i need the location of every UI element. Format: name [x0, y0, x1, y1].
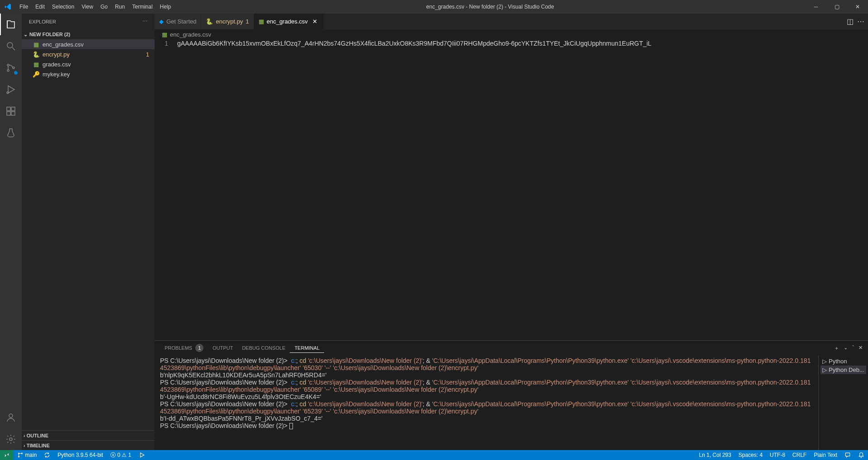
modified-badge: 1: [146, 51, 149, 58]
file-label: grades.csv: [42, 61, 71, 68]
window-title: enc_grades.csv - New folder (2) - Visual…: [175, 4, 806, 10]
svg-point-4: [7, 92, 9, 94]
feedback-icon[interactable]: [841, 452, 854, 458]
menubar: FileEditSelectionViewGoRunTerminalHelp: [16, 0, 175, 14]
explorer-activity[interactable]: [0, 14, 22, 35]
terminal-instance[interactable]: ▷Python: [821, 357, 866, 366]
language-status[interactable]: Plain Text: [810, 452, 841, 458]
menu-file[interactable]: File: [16, 0, 32, 14]
cursor-position[interactable]: Ln 1, Col 293: [695, 452, 735, 458]
indentation-status[interactable]: Spaces: 4: [735, 452, 766, 458]
extensions-activity[interactable]: [0, 100, 22, 122]
gutter: 1: [155, 39, 177, 340]
chevron-down-icon: ⌄: [24, 32, 28, 38]
file-item-enc_grades-csv[interactable]: ▦enc_grades.csv: [22, 39, 155, 49]
svg-point-12: [18, 456, 19, 457]
python-icon: 🐍: [206, 18, 213, 25]
folder-header[interactable]: ⌄ NEW FOLDER (2): [22, 29, 155, 39]
terminal-cursor: [289, 423, 293, 429]
menu-go[interactable]: Go: [97, 0, 111, 14]
panel-actions: ＋ ⌄ ˆ ✕: [834, 345, 863, 352]
panel-tab-debug-console[interactable]: DEBUG CONSOLE: [237, 343, 290, 352]
svg-point-10: [9, 438, 12, 441]
menu-help[interactable]: Help: [156, 0, 175, 14]
python-icon: 🐍: [33, 51, 40, 58]
sidebar-header: EXPLORER ⋯: [22, 14, 155, 29]
new-terminal-icon[interactable]: ＋: [834, 345, 839, 352]
close-button[interactable]: ✕: [847, 0, 868, 14]
remote-indicator[interactable]: [0, 450, 14, 460]
sidebar-title: EXPLORER: [29, 19, 56, 24]
file-label: enc_grades.csv: [42, 41, 84, 48]
terminal-instance[interactable]: ▷Python Deb...: [821, 366, 866, 374]
split-editor-icon[interactable]: ◫: [847, 17, 854, 26]
panel: PROBLEMS 1OUTPUTDEBUG CONSOLETERMINAL ＋ …: [155, 340, 868, 450]
window-controls: ─ ▢ ✕: [806, 0, 868, 14]
maximize-button[interactable]: ▢: [826, 0, 847, 14]
editor[interactable]: 1 gAAAAABiGb6KfIYKsb15xvmOBxEkLfOzq7_A4r…: [155, 39, 868, 340]
warning-icon: ⚠: [122, 452, 127, 458]
panel-tab-output[interactable]: OUTPUT: [208, 343, 237, 352]
csv-icon: ▦: [33, 61, 40, 68]
file-item-encrypt-py[interactable]: 🐍encrypt.py1: [22, 49, 155, 59]
file-item-mykey-key[interactable]: 🔑mykey.key: [22, 69, 155, 79]
svg-point-13: [21, 453, 22, 454]
menu-edit[interactable]: Edit: [32, 0, 48, 14]
testing-activity[interactable]: [0, 122, 22, 144]
scm-activity[interactable]: [0, 57, 22, 79]
panel-tab-terminal[interactable]: TERMINAL: [290, 343, 324, 353]
activity-bar: [0, 14, 22, 450]
tab-enc-grades-csv[interactable]: ▦enc_grades.csv✕: [254, 14, 324, 29]
encoding-status[interactable]: UTF-8: [766, 452, 789, 458]
tab-get-started[interactable]: ◆Get Started: [155, 14, 201, 29]
maximize-panel-icon[interactable]: ˆ: [852, 345, 854, 352]
tab-label: enc_grades.csv: [267, 18, 308, 25]
terminal-output[interactable]: PS C:\Users\jaysi\Downloads\New folder (…: [155, 355, 818, 450]
line-number: 1: [155, 39, 168, 48]
breadcrumb[interactable]: ▦ enc_grades.csv: [155, 29, 868, 39]
svg-rect-6: [11, 107, 15, 111]
menu-run[interactable]: Run: [111, 0, 128, 14]
code-content[interactable]: gAAAAABiGb6KfIYKsb15xvmOBxEkLfOzq7_A4rHN…: [177, 39, 868, 340]
more-actions-icon[interactable]: ⋯: [857, 17, 864, 26]
python-status[interactable]: Python 3.9.5 64-bit: [54, 450, 107, 460]
scm-badge-icon: [14, 70, 18, 75]
run-debug-activity[interactable]: [0, 79, 22, 100]
branch-status[interactable]: main: [14, 450, 40, 460]
vscode-logo-icon: [0, 3, 16, 10]
timeline-section[interactable]: › TIMELINE: [22, 440, 155, 450]
minimize-button[interactable]: ─: [806, 0, 826, 14]
terminal-list: ▷Python▷Python Deb...: [818, 355, 868, 450]
close-tab-icon[interactable]: ✕: [311, 18, 319, 25]
svg-point-0: [7, 42, 13, 48]
file-list: ▦enc_grades.csv🐍encrypt.py1▦grades.csv🔑m…: [22, 39, 155, 430]
sidebar-more-icon[interactable]: ⋯: [142, 19, 147, 24]
key-icon: 🔑: [33, 71, 40, 78]
tab-encrypt-py[interactable]: 🐍encrypt.py 1: [201, 14, 254, 29]
svg-point-2: [7, 70, 9, 71]
modified-badge: 1: [245, 18, 249, 25]
eol-status[interactable]: CRLF: [789, 452, 810, 458]
search-activity[interactable]: [0, 35, 22, 57]
accounts-activity[interactable]: [0, 407, 22, 428]
close-panel-icon[interactable]: ✕: [859, 345, 863, 352]
sync-status[interactable]: [40, 450, 54, 460]
file-item-grades-csv[interactable]: ▦grades.csv: [22, 59, 155, 69]
notifications-icon[interactable]: [854, 452, 868, 458]
terminal-dropdown-icon[interactable]: ⌄: [844, 345, 848, 352]
error-icon: ⓧ: [110, 451, 116, 459]
debug-status[interactable]: [135, 450, 149, 460]
menu-selection[interactable]: Selection: [48, 0, 78, 14]
svg-point-1: [7, 64, 9, 66]
outline-section[interactable]: › OUTLINE: [22, 430, 155, 440]
svg-rect-5: [7, 107, 10, 111]
code-line[interactable]: gAAAAABiGb6KfIYKsb15xvmOBxEkLfOzq7_A4rHN…: [177, 39, 868, 48]
menu-view[interactable]: View: [78, 0, 97, 14]
panel-tab-problems[interactable]: PROBLEMS 1: [160, 342, 208, 354]
menu-terminal[interactable]: Terminal: [128, 0, 156, 14]
settings-activity[interactable]: [0, 428, 22, 450]
titlebar: FileEditSelectionViewGoRunTerminalHelp e…: [0, 0, 868, 14]
problems-status[interactable]: ⓧ 0 ⚠ 1: [107, 450, 135, 460]
svg-rect-8: [11, 112, 15, 115]
breadcrumb-label: enc_grades.csv: [170, 31, 211, 38]
